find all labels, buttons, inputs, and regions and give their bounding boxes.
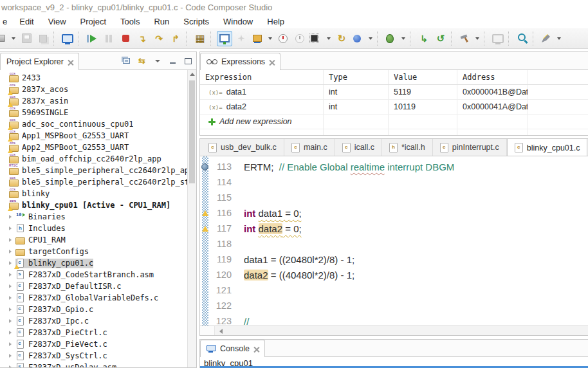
profile-clock-disabled-button[interactable] <box>292 31 308 46</box>
tree-item[interactable]: 5969SINGLE <box>0 107 196 118</box>
tree-item[interactable]: blinky_cpu01.c <box>0 257 196 269</box>
profile-clock-button[interactable] <box>275 31 291 46</box>
search-button[interactable] <box>515 31 530 46</box>
menu-item[interactable]: Tools <box>113 15 147 28</box>
warning-icon[interactable] <box>201 205 209 221</box>
tree-item[interactable]: F2837xD_GlobalVariableDefs.c <box>0 292 196 304</box>
tree-item[interactable]: ble5_simple_peripheral_cc2640r2lp_stack <box>0 176 196 188</box>
save-all-button[interactable] <box>35 31 51 46</box>
add-expression-row[interactable]: Add new expression <box>200 115 588 129</box>
tree-item[interactable]: F2837xD_SysCtrl.c <box>0 350 196 362</box>
code-line[interactable]: 118 <box>200 236 588 252</box>
build-button[interactable] <box>457 31 481 46</box>
chevron-right-icon[interactable] <box>9 273 15 277</box>
project-tree-scrollbar[interactable] <box>187 70 196 367</box>
tree-item[interactable]: 2837x_acos <box>0 84 196 95</box>
collapse-all-icon[interactable] <box>122 56 131 66</box>
column-header[interactable]: Expression <box>200 70 324 84</box>
tree-item[interactable]: F2837xD_Ipc.c <box>0 315 196 327</box>
debug-button[interactable] <box>383 31 407 46</box>
column-header[interactable]: Value <box>389 70 457 84</box>
editor-tab[interactable]: *icall.h <box>382 139 433 156</box>
flash-button[interactable] <box>250 31 274 46</box>
new-project-button[interactable] <box>351 31 374 46</box>
menu-item[interactable]: Run <box>147 15 176 28</box>
refresh-button[interactable] <box>433 31 448 46</box>
code-line[interactable]: 116int data1 = 0; <box>200 205 588 221</box>
code-line[interactable]: 114 <box>200 174 588 190</box>
scroll-up-icon[interactable] <box>188 70 196 78</box>
menu-item[interactable]: Project <box>73 15 113 28</box>
menu-item[interactable]: Help <box>260 15 291 28</box>
chevron-right-icon[interactable] <box>9 215 15 219</box>
scroll-left-icon[interactable] <box>219 329 223 334</box>
tab-console[interactable]: Console <box>200 340 265 357</box>
column-header[interactable]: Address <box>457 70 528 84</box>
tree-item[interactable]: blinky <box>0 188 196 199</box>
breakpoint-icon[interactable] <box>201 159 209 174</box>
maximize-icon[interactable] <box>183 56 193 66</box>
tree-item[interactable]: F2837xD_Gpio.c <box>0 304 196 315</box>
editor-tab[interactable]: main.c <box>284 139 335 156</box>
warning-icon[interactable] <box>201 221 209 236</box>
code-line[interactable]: 119data1 = ((20480l*2)/8) - 1; <box>200 252 588 267</box>
suspend-button[interactable] <box>101 31 116 46</box>
tab-project-explorer[interactable]: Project Explorer <box>0 53 79 70</box>
code-line[interactable]: 123// <box>200 313 588 326</box>
close-icon[interactable] <box>68 59 73 65</box>
editor-tab[interactable]: blinky_cpu01.c <box>507 139 588 156</box>
scrollbar-thumb[interactable] <box>189 80 195 183</box>
code-line[interactable]: 122 <box>200 298 588 313</box>
tree-item[interactable]: blinky_cpu01 [Active - CPU1_RAM] <box>0 199 196 211</box>
tree-item[interactable]: F2837xD_CodeStartBranch.asm <box>0 269 196 281</box>
chevron-right-icon[interactable] <box>9 226 15 230</box>
expression-row[interactable]: data1 int 5119 0x0000041B@Data <box>200 85 588 100</box>
step-return-button[interactable] <box>168 31 183 46</box>
new-target-config-button[interactable] <box>234 31 249 46</box>
console-disabled-button[interactable] <box>490 31 506 46</box>
code-line[interactable]: 117int data2 = 0; <box>200 221 588 236</box>
terminate-button[interactable] <box>118 31 133 46</box>
tree-item[interactable]: F2837xD_PieVect.c <box>0 338 196 350</box>
step-into-button[interactable] <box>134 31 150 46</box>
chevron-right-icon[interactable] <box>9 319 15 323</box>
restart-button[interactable] <box>334 31 349 46</box>
chevron-right-icon[interactable] <box>9 296 15 300</box>
registers-view-button[interactable] <box>192 31 208 46</box>
link-with-editor-icon[interactable] <box>137 56 147 66</box>
tree-item[interactable]: targetConfigs <box>0 246 196 257</box>
menu-item[interactable]: View <box>41 15 73 28</box>
view-menu-icon[interactable] <box>152 56 162 66</box>
column-header[interactable]: Type <box>324 70 389 84</box>
tree-item[interactable]: F2837xD_DefaultISR.c <box>0 281 196 292</box>
tab-expressions[interactable]: Expressions <box>200 53 280 70</box>
close-icon[interactable] <box>269 59 275 65</box>
annotation-button[interactable] <box>539 31 563 46</box>
editor-tab[interactable]: icall.c <box>335 139 382 156</box>
resume-button[interactable] <box>84 31 100 46</box>
device-chip-button[interactable] <box>309 31 333 46</box>
chevron-right-icon[interactable] <box>9 284 15 288</box>
connect-target-button[interactable] <box>217 31 232 46</box>
chevron-right-icon[interactable] <box>9 342 15 346</box>
chevron-right-icon[interactable] <box>9 238 15 242</box>
chevron-right-icon[interactable] <box>9 308 15 311</box>
editor-tab[interactable]: pinInterrupt.c <box>433 139 507 156</box>
chevron-right-icon[interactable] <box>9 365 15 368</box>
new-menu-button[interactable] <box>0 31 17 46</box>
expression-row[interactable]: data2 int 10119 0x0000041A@Data <box>200 100 588 115</box>
code-line[interactable]: 120data2 = ((40480l*2)/8) - 1; <box>200 267 588 282</box>
tree-item[interactable]: 2837x_asin <box>0 95 196 107</box>
step-over-button[interactable] <box>151 31 167 46</box>
chevron-right-icon[interactable] <box>9 331 15 335</box>
tree-item[interactable]: ble5_simple_peripheral_cc2640r2lp_app <box>0 165 196 176</box>
tree-item[interactable]: F2837xD_usDelay.asm <box>0 362 196 368</box>
chevron-right-icon[interactable] <box>9 354 15 358</box>
tree-item[interactable]: App2_MSPBoot_G2553_UART <box>0 142 196 153</box>
close-icon[interactable] <box>253 346 259 352</box>
tree-item[interactable]: Binaries <box>0 211 196 223</box>
assembly-step-button[interactable] <box>416 31 432 46</box>
code-editor[interactable]: 113ERTM; // Enable Global realtime inter… <box>200 156 588 326</box>
tree-item[interactable]: 2433 <box>0 72 196 84</box>
menu-item[interactable]: Window <box>216 15 260 28</box>
